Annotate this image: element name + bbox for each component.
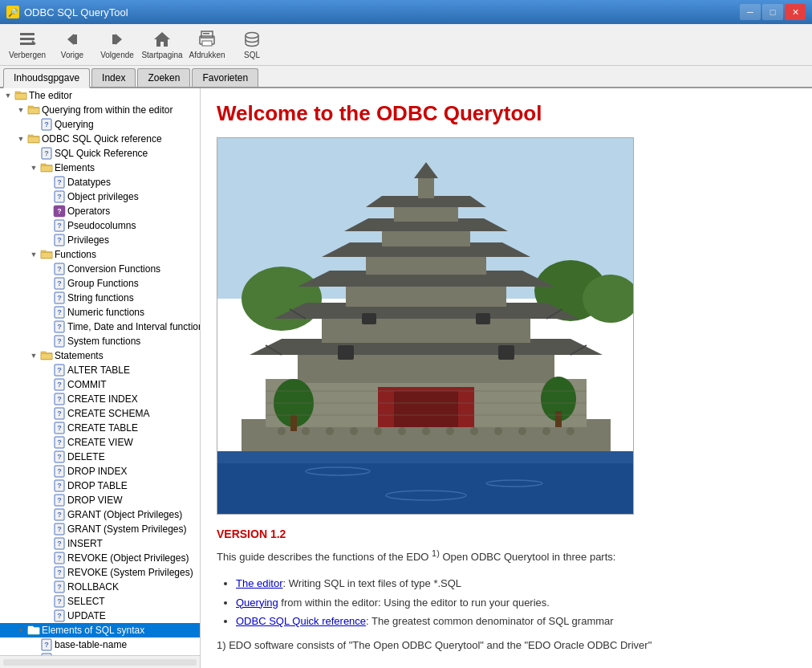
tree-expand-base-table-name bbox=[27, 638, 40, 651]
tree-item-querying-from[interactable]: ▼ Querying from within the editor bbox=[0, 103, 200, 117]
tree-item-alter-table[interactable]: ? ALTER TABLE bbox=[0, 363, 200, 377]
tree-item-time-functions[interactable]: ? Time, Date and Interval function bbox=[0, 320, 200, 334]
tab-inhoud[interactable]: Inhoudsgpgave bbox=[3, 68, 90, 88]
tree-item-commit[interactable]: ? COMMIT bbox=[0, 377, 200, 392]
tree-item-functions[interactable]: ▼ Functions bbox=[0, 247, 200, 262]
startpagina-icon bbox=[152, 30, 172, 49]
tree-item-object-privileges[interactable]: ? Object privileges bbox=[0, 189, 200, 204]
tree-item-group-functions[interactable]: ? Group Functions bbox=[0, 276, 200, 291]
tree-icon-group-functions: ? bbox=[53, 277, 66, 290]
tree-label-grant-obj: GRANT (Object Privileges) bbox=[67, 509, 182, 520]
close-button[interactable]: ✕ bbox=[785, 4, 806, 20]
svg-text:?: ? bbox=[57, 395, 62, 403]
tree-item-querying[interactable]: ? Querying bbox=[0, 117, 200, 132]
svg-rect-113 bbox=[498, 345, 514, 360]
tree-item-editor[interactable]: ▼ The editor bbox=[0, 88, 200, 103]
tree-item-revoke-obj[interactable]: ? REVOKE (Object Privileges) bbox=[0, 551, 200, 565]
tree-item-create-view[interactable]: ? CREATE VIEW bbox=[0, 435, 200, 450]
tree-item-odbc-ref[interactable]: ▼ ODBC SQL Quick reference bbox=[0, 132, 200, 146]
tree-item-update[interactable]: ? UPDATE bbox=[0, 609, 200, 623]
tree-item-conversion-functions[interactable]: ? Conversion Functions bbox=[0, 262, 200, 276]
tree-item-pseudocolumns[interactable]: ? Pseudocolumns bbox=[0, 218, 200, 233]
tree-item-system-functions[interactable]: ? System functions bbox=[0, 334, 200, 348]
tree-item-elements[interactable]: ▼ Elements bbox=[0, 161, 200, 175]
tree-label-editor: The editor bbox=[29, 90, 72, 101]
svg-rect-115 bbox=[476, 313, 490, 324]
tree-item-sql-quick-ref[interactable]: ? SQL Quick Reference bbox=[0, 146, 200, 161]
main-area: ▼ The editor▼ Querying from within the e… bbox=[0, 88, 812, 668]
tree-item-datatypes[interactable]: ? Datatypes bbox=[0, 175, 200, 189]
tree-expand-delete bbox=[40, 450, 53, 463]
tree-icon-querying: ? bbox=[40, 118, 53, 131]
tree-item-operators[interactable]: ? Operators bbox=[0, 204, 200, 218]
tree-item-create-table[interactable]: ? CREATE TABLE bbox=[0, 421, 200, 435]
startpagina-button[interactable]: Startpagina bbox=[141, 27, 183, 63]
svg-rect-112 bbox=[338, 345, 354, 360]
querying-link[interactable]: Querying bbox=[236, 597, 278, 609]
tree-item-drop-index[interactable]: ? DROP INDEX bbox=[0, 464, 200, 479]
tree-item-rollback[interactable]: ? ROLLBACK bbox=[0, 580, 200, 594]
tree-item-grant-obj[interactable]: ? GRANT (Object Privileges) bbox=[0, 507, 200, 522]
tree-label-create-table: CREATE TABLE bbox=[67, 422, 138, 434]
tree-item-create-schema[interactable]: ? CREATE SCHEMA bbox=[0, 406, 200, 421]
vorige-icon bbox=[63, 30, 82, 49]
svg-point-137 bbox=[494, 427, 502, 435]
quick-ref-link[interactable]: ODBC SQL Quick reference bbox=[236, 615, 366, 627]
tree-label-conversion-functions: Conversion Functions bbox=[67, 263, 160, 275]
tree-label-sql-quick-ref: SQL Quick Reference bbox=[55, 148, 148, 159]
tree-item-select[interactable]: ? SELECT bbox=[0, 594, 200, 609]
svg-point-139 bbox=[542, 427, 550, 435]
tree-label-grant-sys: GRANT (System Privileges) bbox=[67, 523, 186, 535]
tree-item-insert[interactable]: ? INSERT bbox=[0, 536, 200, 551]
tree-expand-rollback bbox=[40, 580, 53, 593]
sql-button[interactable]: SQL bbox=[231, 27, 273, 63]
tree-item-revoke-sys[interactable]: ? REVOKE (System Privileges) bbox=[0, 565, 200, 580]
sidebar: ▼ The editor▼ Querying from within the e… bbox=[0, 88, 201, 668]
tree-icon-elements-sql bbox=[27, 624, 40, 637]
tree-item-create-index[interactable]: ? CREATE INDEX bbox=[0, 392, 200, 406]
tree-expand-create-index bbox=[40, 393, 53, 405]
tab-favorieten[interactable]: Favorieten bbox=[192, 68, 258, 87]
afdrukken-button[interactable]: Afdrukken bbox=[186, 27, 228, 63]
tree-item-privileges[interactable]: ? Privileges bbox=[0, 233, 200, 247]
tree-expand-grant-sys bbox=[40, 523, 53, 536]
tree-label-privileges: Privileges bbox=[67, 234, 109, 246]
tab-zoeken[interactable]: Zoeken bbox=[137, 68, 190, 87]
tree-icon-system-functions: ? bbox=[53, 335, 66, 348]
tree-item-statements[interactable]: ▼ Statements bbox=[0, 348, 200, 363]
tree-item-delete[interactable]: ? DELETE bbox=[0, 450, 200, 464]
editor-link[interactable]: The editor bbox=[236, 577, 283, 589]
svg-marker-8 bbox=[154, 32, 170, 47]
tree-expand-object-privileges bbox=[40, 190, 53, 203]
maximize-button[interactable]: □ bbox=[762, 4, 783, 20]
svg-point-140 bbox=[566, 427, 574, 435]
tree-item-base-table-name[interactable]: ? base-table-name bbox=[0, 637, 200, 652]
tree-item-numeric-functions[interactable]: ? Numeric functions bbox=[0, 305, 200, 320]
tree-expand-update bbox=[40, 609, 53, 622]
tab-index[interactable]: Index bbox=[91, 68, 136, 87]
tree-icon-datatypes: ? bbox=[53, 176, 66, 189]
tree-item-elements-sql[interactable]: ▼ Elements of SQL syntax bbox=[0, 623, 200, 637]
svg-text:?: ? bbox=[57, 381, 62, 389]
volgende-button[interactable]: Volgende bbox=[96, 27, 138, 63]
tree-icon-functions bbox=[40, 248, 53, 261]
tree-icon-insert: ? bbox=[53, 537, 66, 550]
verbergen-button[interactable]: Verbergen bbox=[6, 27, 48, 63]
svg-text:?: ? bbox=[57, 482, 62, 490]
version-text: VERSION 1.2 bbox=[217, 527, 796, 540]
minimize-button[interactable]: ─ bbox=[740, 4, 761, 20]
svg-text:?: ? bbox=[57, 222, 62, 230]
tree-expand-string-functions bbox=[40, 291, 53, 304]
tree-label-functions: Functions bbox=[55, 249, 96, 260]
tree-item-drop-table[interactable]: ? DROP TABLE bbox=[0, 479, 200, 493]
tree-item-drop-view[interactable]: ? DROP VIEW bbox=[0, 493, 200, 507]
tree-item-string-functions[interactable]: ? String functions bbox=[0, 291, 200, 305]
window-title: ODBC SQL QueryTool bbox=[24, 6, 128, 18]
vorige-button[interactable]: Vorige bbox=[51, 27, 93, 63]
tree-expand-group-functions bbox=[40, 277, 53, 290]
tree-item-grant-sys[interactable]: ? GRANT (System Privileges) bbox=[0, 522, 200, 536]
sidebar-hscroll[interactable] bbox=[0, 655, 200, 668]
svg-text:?: ? bbox=[57, 554, 62, 562]
vorige-label: Vorige bbox=[61, 51, 83, 59]
tree-label-operators: Operators bbox=[67, 206, 110, 217]
